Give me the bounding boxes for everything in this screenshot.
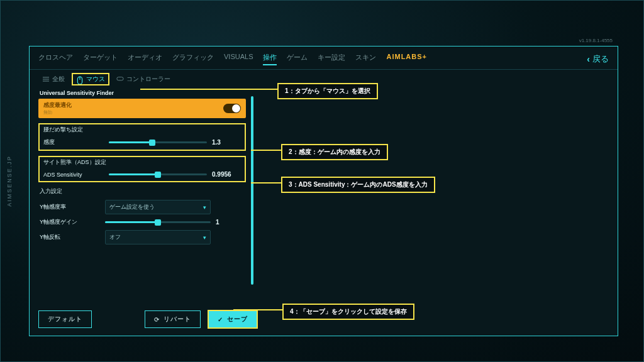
chevron-left-icon: ‹ <box>587 54 590 64</box>
subtab-controller-label: コントローラー <box>126 75 170 84</box>
gamepad-icon <box>116 76 124 82</box>
usf-toggle-label: 感度最適化 <box>43 101 72 109</box>
watermark: AIMSENSE.JP <box>6 155 13 207</box>
callout-lead-3 <box>251 182 282 184</box>
svg-rect-2 <box>117 77 123 80</box>
default-button-label: デフォルト <box>48 315 82 324</box>
y-gain-value[interactable]: 1 <box>216 219 245 226</box>
y-ratio-select[interactable]: ゲーム設定を使う ▾ <box>105 200 211 214</box>
y-invert-select[interactable]: オフ ▾ <box>105 230 211 244</box>
input-header: 入力設定 <box>38 187 246 195</box>
subtab-general[interactable]: 全般 <box>38 74 69 85</box>
y-gain-slider[interactable] <box>105 221 211 223</box>
y-ratio-value: ゲーム設定を使う <box>109 203 155 211</box>
back-label: 戻る <box>592 53 609 65</box>
callout-3: 3：ADS Sensitivity：ゲーム内のADS感度を入力 <box>281 177 435 193</box>
hipfire-header: 腰だめ撃ち設定 <box>42 126 242 134</box>
tab-target[interactable]: ターゲット <box>83 53 118 65</box>
tab-game[interactable]: ゲーム <box>287 53 308 65</box>
subtab-mouse[interactable]: マウス <box>72 74 109 85</box>
settings-column: Universal Sensitivity Finder 感度最適化 無効 腰だ… <box>38 89 246 291</box>
main-tabs: クロスヘア ターゲット オーディオ グラフィック VISUALS 操作 ゲーム … <box>38 53 427 65</box>
callout-2: 2：感度：ゲーム内の感度を入力 <box>281 144 388 160</box>
save-button-label: セーブ <box>227 315 248 324</box>
ads-sensitivity-label: ADS Sensitivity <box>43 172 104 178</box>
save-button[interactable]: ✓ セーブ <box>208 310 257 328</box>
tab-graphics[interactable]: グラフィック <box>172 53 214 65</box>
tab-skins[interactable]: スキン <box>355 53 376 65</box>
callout-lead-2 <box>251 150 282 151</box>
callout-lead-1 <box>140 89 279 90</box>
mouse-icon <box>76 76 84 82</box>
subtab-mouse-label: マウス <box>86 75 105 84</box>
top-bar: クロスヘア ターゲット オーディオ グラフィック VISUALS 操作 ゲーム … <box>30 47 618 70</box>
refresh-icon: ⟳ <box>154 316 160 323</box>
sensitivity-value[interactable]: 1.3 <box>212 139 241 146</box>
ads-sensitivity-value[interactable]: 0.9956 <box>212 171 241 178</box>
usf-toggle-sub: 無効 <box>43 109 72 116</box>
y-invert-value: オフ <box>109 233 121 241</box>
y-ratio-label: Y軸感度率 <box>40 203 100 211</box>
chevron-down-icon: ▾ <box>203 234 206 241</box>
y-invert-label: Y軸反転 <box>40 233 100 241</box>
ads-sensitivity-slider[interactable] <box>109 173 207 175</box>
chevron-down-icon: ▾ <box>203 204 206 211</box>
tab-audio[interactable]: オーディオ <box>128 53 162 65</box>
sensitivity-row: 感度 1.3 <box>42 136 242 148</box>
hipfire-section: 腰だめ撃ち設定 感度 1.3 <box>38 123 246 151</box>
callout-4: 4：「セーブ」をクリックして設定を保存 <box>282 304 414 320</box>
subtab-controller[interactable]: コントローラー <box>113 74 174 85</box>
tab-controls[interactable]: 操作 <box>263 53 277 65</box>
tab-crosshair[interactable]: クロスヘア <box>38 53 73 65</box>
sensitivity-label: 感度 <box>43 138 104 146</box>
usf-toggle-row: 感度最適化 無効 <box>38 99 246 118</box>
back-button[interactable]: ‹ 戻る <box>587 53 609 65</box>
callout-lead-4 <box>233 309 284 310</box>
usf-title: Universal Sensitivity Finder <box>40 90 246 96</box>
y-gain-label: Y軸感度ゲイン <box>40 218 100 226</box>
usf-toggle[interactable] <box>223 104 241 113</box>
button-bar: デフォルト ⟳ リバート ✓ セーブ <box>38 310 257 328</box>
y-invert-row: Y軸反転 オフ ▾ <box>38 228 246 246</box>
ads-section: サイト照準（ADS）設定 ADS Sensitivity 0.9956 <box>38 156 246 182</box>
ads-header: サイト照準（ADS）設定 <box>42 158 242 167</box>
sliders-icon <box>42 76 50 82</box>
ads-sensitivity-row: ADS Sensitivity 0.9956 <box>42 169 242 180</box>
y-gain-row: Y軸感度ゲイン 1 <box>38 216 246 228</box>
y-ratio-row: Y軸感度率 ゲーム設定を使う ▾ <box>38 198 246 216</box>
tab-aimlabs-plus[interactable]: AIMLABS+ <box>386 53 427 65</box>
revert-button-label: リバート <box>164 315 191 324</box>
tab-visuals[interactable]: VISUALS <box>224 53 253 65</box>
version-label: v1.19.8.1-4555 <box>579 38 613 43</box>
default-button[interactable]: デフォルト <box>38 310 92 328</box>
input-section: 入力設定 Y軸感度率 ゲーム設定を使う ▾ Y軸感度ゲイン 1 <box>38 187 246 246</box>
revert-button[interactable]: ⟳ リバート <box>145 310 201 328</box>
sensitivity-slider[interactable] <box>109 141 207 143</box>
vertical-divider <box>251 96 253 285</box>
subtab-general-label: 全般 <box>52 75 65 84</box>
check-icon: ✓ <box>218 316 223 323</box>
callout-1: 1：タブから「マウス」を選択 <box>277 83 378 99</box>
tab-keybinds[interactable]: キー設定 <box>318 53 345 65</box>
